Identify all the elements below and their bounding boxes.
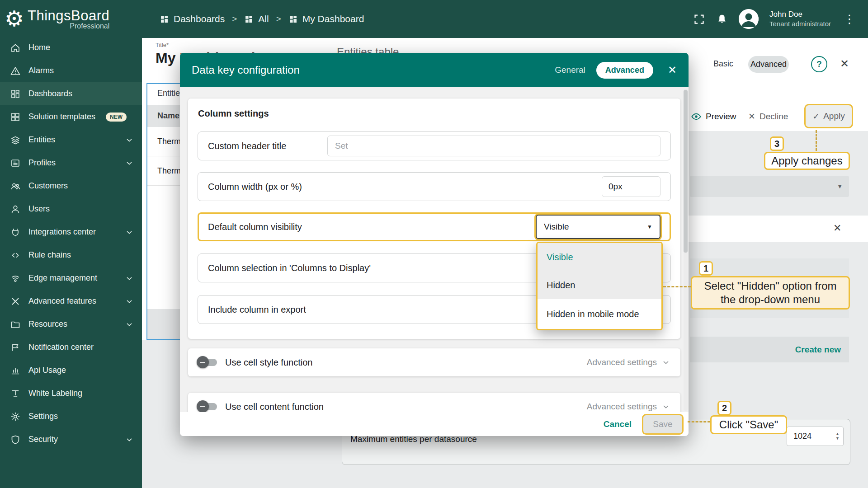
sidebar-item-security[interactable]: Security — [0, 428, 142, 451]
visibility-select[interactable]: Visible ▼ — [536, 215, 660, 239]
notification-flag-icon — [10, 342, 21, 353]
sidebar-item-label: Alarms — [28, 66, 54, 75]
sidebar-item-label: Solution templates — [28, 112, 95, 122]
advanced-settings-expander[interactable]: Advanced settings — [587, 357, 670, 367]
apply-label: Apply — [823, 111, 845, 121]
top-bar: Dashboards > All > My Dashboard John Doe… — [142, 0, 868, 38]
sidebar-item-dashboards[interactable]: Dashboards — [0, 82, 142, 105]
dialog-close-icon[interactable]: ✕ — [668, 64, 677, 76]
home-icon — [10, 42, 21, 53]
apply-button[interactable]: ✓ Apply — [804, 104, 853, 128]
sidebar-item-solution-templates[interactable]: Solution templates NEW — [0, 105, 142, 128]
dropdown-option-hidden[interactable]: Hidden — [538, 271, 661, 299]
kebab-menu-icon[interactable]: ⋮ — [842, 12, 857, 26]
account-icon — [739, 9, 759, 29]
eye-icon — [691, 111, 702, 122]
sidebar-item-label: Customers — [28, 181, 68, 191]
title-field-label: Title* — [156, 42, 169, 48]
mode-toggle-basic[interactable]: Basic — [713, 59, 733, 69]
sidebar-item-customers[interactable]: Customers — [0, 174, 142, 197]
chevron-down-icon — [661, 358, 670, 367]
sidebar-item-notification-center[interactable]: Notification center — [0, 336, 142, 359]
sidebar-item-edge-management[interactable]: Edge management — [0, 267, 142, 290]
cancel-button[interactable]: Cancel — [604, 419, 632, 429]
sidebar-item-resources[interactable]: Resources — [0, 313, 142, 336]
white-labeling-icon — [10, 388, 21, 399]
column-width-input[interactable] — [602, 176, 660, 197]
sidebar-item-api-usage[interactable]: Api Usage — [0, 359, 142, 382]
dropdown-option-hidden-mobile[interactable]: Hidden in mobile mode — [538, 299, 661, 329]
dropdown-option-visible[interactable]: Visible — [538, 243, 661, 271]
dialog-title: Data key configuration — [192, 64, 300, 76]
breadcrumb-my-dashboard[interactable]: My Dashboard — [288, 14, 364, 24]
sidebar-item-label: Notification center — [28, 343, 94, 352]
check-icon: ✓ — [812, 111, 820, 122]
max-entities-input[interactable]: 1024 ▲ ▼ — [787, 427, 844, 446]
select-arrow-icon: ▼ — [647, 224, 652, 230]
sidebar-item-advanced-features[interactable]: Advanced features — [0, 290, 142, 313]
annotation-connector-line — [816, 130, 817, 151]
column-settings-heading: Column settings — [198, 108, 269, 119]
screen: ⚙ ThingsBoard Professional Home Alarms D… — [0, 0, 868, 488]
sidebar-item-label: Rule chains — [28, 250, 71, 260]
create-new-link[interactable]: Create new — [795, 345, 841, 355]
sidebar-item-settings[interactable]: Settings — [0, 405, 142, 428]
sidebar-item-rule-chains[interactable]: Rule chains — [0, 244, 142, 267]
preview-button[interactable]: Preview — [691, 111, 736, 122]
advanced-settings-expander[interactable]: Advanced settings — [587, 402, 670, 412]
background-dropdown-bar[interactable]: ▼ — [690, 176, 849, 197]
custom-header-title-input[interactable] — [327, 136, 660, 156]
decline-button[interactable]: ✕ Decline — [748, 111, 788, 122]
dialog-header: Data key configuration General Advanced … — [180, 53, 689, 87]
sidebar-item-home[interactable]: Home — [0, 36, 142, 59]
breadcrumb-separator-icon: > — [232, 14, 237, 24]
remove-item-icon[interactable]: ✕ — [833, 222, 841, 234]
tab-general[interactable]: General — [555, 65, 585, 75]
annotation-step-number: 1 — [699, 261, 713, 276]
advanced-settings-label: Advanced settings — [587, 357, 657, 367]
sidebar-item-white-labeling[interactable]: White Labeling — [0, 382, 142, 405]
save-button[interactable]: Save — [643, 415, 682, 433]
sidebar-item-users[interactable]: Users — [0, 197, 142, 221]
notifications-bell-icon[interactable] — [716, 13, 728, 25]
app-logo[interactable]: ⚙ ThingsBoard Professional — [0, 0, 142, 38]
dashboard-grid-icon — [244, 14, 254, 24]
sidebar-item-label: Resources — [28, 319, 67, 329]
rule-chains-icon — [10, 250, 21, 261]
api-usage-icon — [10, 365, 21, 376]
use-cell-content-toggle[interactable] — [198, 403, 217, 410]
sidebar-item-integrations-center[interactable]: Integrations center — [0, 221, 142, 244]
sidebar-item-profiles[interactable]: Profiles — [0, 151, 142, 174]
edge-management-icon — [10, 273, 21, 284]
annotation-step-number: 2 — [717, 401, 731, 415]
solution-templates-icon — [10, 112, 21, 122]
custom-header-title-row: Custom header title — [198, 131, 671, 160]
custom-header-title-label: Custom header title — [208, 141, 286, 151]
use-cell-style-toggle[interactable] — [198, 359, 217, 366]
close-editor-icon[interactable]: ✕ — [840, 57, 849, 70]
help-button[interactable]: ? — [811, 56, 827, 72]
users-icon — [10, 204, 21, 215]
chevron-down-icon — [125, 320, 134, 329]
breadcrumb-all[interactable]: All — [244, 14, 269, 24]
stepper-down-icon[interactable]: ▼ — [835, 436, 840, 441]
chevron-down-icon — [125, 136, 134, 145]
dialog-scrollbar-thumb[interactable] — [684, 90, 688, 253]
customers-icon — [10, 181, 21, 192]
alarm-icon — [10, 66, 21, 76]
settings-gear-icon — [10, 411, 21, 422]
toggle-knob — [197, 400, 209, 413]
column-width-label: Column width (px or %) — [208, 182, 302, 192]
user-avatar[interactable] — [739, 9, 759, 29]
fullscreen-icon[interactable] — [693, 13, 705, 25]
sidebar-item-alarms[interactable]: Alarms — [0, 59, 142, 82]
sidebar-item-label: Api Usage — [28, 366, 66, 375]
number-stepper[interactable]: ▲ ▼ — [835, 432, 840, 441]
sidebar-item-entities[interactable]: Entities — [0, 128, 142, 151]
sidebar: ⚙ ThingsBoard Professional Home Alarms D… — [0, 0, 142, 488]
mode-toggle-advanced[interactable]: Advanced — [748, 56, 789, 73]
tab-advanced[interactable]: Advanced — [596, 62, 653, 79]
breadcrumb-label: Dashboards — [174, 14, 225, 24]
column-selection-label: Column selection in 'Columns to Display' — [208, 263, 371, 273]
breadcrumb-dashboards[interactable]: Dashboards — [160, 14, 225, 24]
